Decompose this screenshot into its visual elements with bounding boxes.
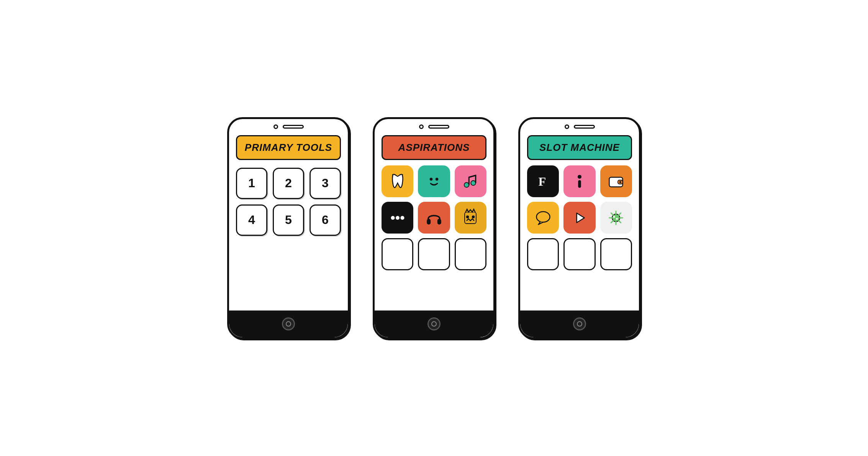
svg-rect-8 [427,219,431,224]
phone-content: PRIMARY TOOLS 1 2 3 4 5 6 [229,132,348,311]
app-virus[interactable] [600,202,632,234]
phone-primary-tools: PRIMARY TOOLS 1 2 3 4 5 6 [227,117,350,339]
svg-marker-20 [576,213,584,222]
number-button-4[interactable]: 4 [236,204,267,236]
app-empty-1 [527,238,559,270]
phone-top-bar [229,119,348,132]
svg-point-5 [391,216,395,220]
number-button-6[interactable]: 6 [310,204,341,236]
phone-content: SLOT MACHINE F [520,132,639,311]
aspirations-banner: ASPIRATIONS [382,135,486,160]
svg-rect-10 [465,212,476,224]
svg-point-31 [616,218,618,220]
svg-point-2 [464,183,469,188]
app-dots[interactable] [382,202,413,234]
phone-slot-machine: SLOT MACHINE F [518,117,641,339]
speaker-icon [283,125,304,129]
slot-machine-title: SLOT MACHINE [539,142,620,153]
svg-line-26 [611,213,614,215]
home-button-inner [431,321,437,327]
speaker-icon [574,125,595,129]
svg-point-11 [466,215,469,218]
app-empty-3 [455,238,486,270]
number-button-1[interactable]: 1 [236,168,267,199]
svg-line-28 [619,213,621,215]
svg-text:F: F [538,175,546,189]
home-button[interactable] [427,317,441,330]
home-button-inner [286,321,291,327]
app-chat-bubble[interactable] [527,202,559,234]
aspirations-app-grid [382,165,486,270]
slot-machine-banner: SLOT MACHINE [527,135,632,160]
phone-aspirations: ASPIRATIONS [373,117,495,339]
phone-bottom-bar [229,311,348,337]
phone-top-bar [375,119,493,132]
svg-point-30 [613,216,615,218]
app-tooth[interactable] [382,165,413,197]
svg-point-6 [396,216,400,220]
app-i-letter[interactable] [563,165,595,197]
app-monster[interactable] [455,202,486,234]
app-headphones[interactable] [418,202,450,234]
phone-bottom-bar [375,311,493,337]
app-empty-3 [600,238,632,270]
number-button-2[interactable]: 2 [273,168,304,199]
home-button[interactable] [573,317,586,330]
svg-line-4 [469,175,476,177]
phone-bottom-bar [520,311,639,337]
app-empty-2 [418,238,450,270]
number-button-3[interactable]: 3 [310,168,341,199]
svg-line-27 [619,221,621,223]
svg-point-19 [536,211,550,222]
app-play[interactable] [563,202,595,234]
svg-point-1 [436,178,438,180]
app-f-letter[interactable]: F [527,165,559,197]
primary-tools-title: PRIMARY TOOLS [245,142,332,153]
primary-tools-banner: PRIMARY TOOLS [236,135,341,160]
scene: PRIMARY TOOLS 1 2 3 4 5 6 ASPIRATIONS [212,102,656,355]
app-empty-2 [563,238,595,270]
svg-point-12 [472,215,475,218]
app-empty-1 [382,238,413,270]
app-wallet[interactable] [600,165,632,197]
app-smiley[interactable] [418,165,450,197]
svg-point-18 [619,181,621,183]
svg-rect-9 [437,219,441,224]
svg-point-3 [471,181,476,186]
aspirations-title: ASPIRATIONS [398,142,470,153]
home-button-inner [577,321,582,327]
slot-machine-app-grid: F [527,165,632,270]
svg-point-14 [578,175,581,179]
camera-icon [419,124,424,129]
svg-rect-15 [578,180,581,188]
phone-top-bar [520,119,639,132]
svg-line-29 [611,221,614,223]
phone-content: ASPIRATIONS [375,132,493,311]
camera-icon [274,124,278,129]
number-button-5[interactable]: 5 [273,204,304,236]
svg-point-7 [400,216,404,220]
camera-icon [565,124,569,129]
speaker-icon [428,125,449,129]
app-music-note[interactable] [455,165,486,197]
svg-point-0 [430,178,432,180]
home-button[interactable] [282,317,295,330]
number-grid: 1 2 3 4 5 6 [236,165,341,238]
